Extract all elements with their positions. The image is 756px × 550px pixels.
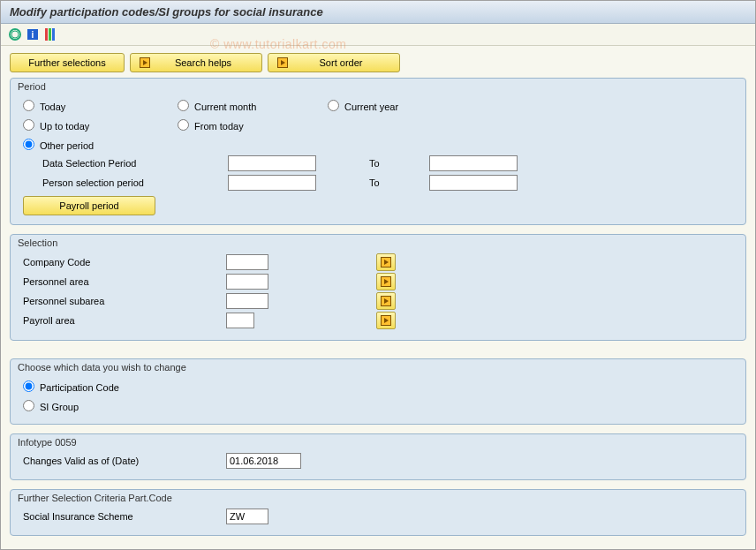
- svg-rect-6: [52, 28, 55, 41]
- company-code-input[interactable]: [226, 254, 268, 270]
- person-selection-to-input[interactable]: [429, 175, 518, 191]
- svg-rect-5: [49, 28, 51, 41]
- group-title-further: Further Selection Criteria Part.Code: [11, 490, 745, 503]
- data-selection-to-input[interactable]: [429, 155, 518, 171]
- data-selection-from-input[interactable]: [228, 155, 316, 171]
- arrow-right-icon: [381, 296, 391, 306]
- svg-text:i: i: [32, 30, 34, 40]
- radio-other-period[interactable]: Other period: [23, 140, 94, 151]
- execute-icon[interactable]: [8, 27, 22, 41]
- arrow-right-icon: [140, 57, 150, 68]
- data-selection-period-label: Data Selection Period: [42, 158, 228, 169]
- personnel-area-multiselect-button[interactable]: [376, 273, 396, 290]
- payroll-area-multiselect-button[interactable]: [376, 312, 396, 329]
- page-title: Modify participation codes/SI groups for…: [1, 1, 755, 24]
- info-icon[interactable]: i: [26, 27, 40, 41]
- svg-point-1: [11, 31, 19, 38]
- sort-order-button[interactable]: Sort order: [268, 53, 400, 72]
- infotype-group: Infotype 0059 Changes Valid as of (Date): [10, 433, 746, 480]
- radio-today[interactable]: Today: [23, 102, 65, 112]
- radio-si-group[interactable]: SI Group: [23, 399, 79, 412]
- period-group: Period Today Current month Current year …: [10, 78, 746, 225]
- further-selections-button[interactable]: Further selections: [10, 53, 125, 72]
- company-code-label: Company Code: [23, 257, 226, 267]
- arrow-right-icon: [277, 57, 288, 68]
- further-criteria-group: Further Selection Criteria Part.Code Soc…: [10, 489, 746, 536]
- data-selection-to-label: To: [369, 158, 429, 169]
- variant-icon[interactable]: [43, 27, 57, 41]
- svg-rect-4: [45, 28, 48, 41]
- search-helps-button[interactable]: Search helps: [130, 53, 262, 72]
- group-title-infotype: Infotype 0059: [11, 434, 745, 448]
- arrow-right-icon: [381, 276, 391, 287]
- social-insurance-scheme-input[interactable]: [226, 509, 268, 524]
- radio-current-year[interactable]: Current year: [328, 102, 398, 112]
- payroll-area-label: Payroll area: [23, 315, 226, 326]
- selection-group: Selection Company Code Personnel area Pe…: [10, 234, 746, 341]
- personnel-subarea-label: Personnel subarea: [23, 296, 226, 306]
- personnel-area-label: Personnel area: [23, 276, 226, 287]
- payroll-area-input[interactable]: [226, 313, 254, 328]
- group-title-selection: Selection: [11, 235, 745, 248]
- arrow-right-icon: [381, 257, 391, 267]
- radio-participation-code[interactable]: Participation Code: [23, 380, 119, 393]
- social-insurance-scheme-label: Social Insurance Scheme: [23, 511, 226, 522]
- changes-valid-label: Changes Valid as of (Date): [23, 456, 226, 466]
- content-area: Further selections Search helps Sort ord…: [1, 46, 755, 543]
- personnel-subarea-multiselect-button[interactable]: [376, 292, 396, 310]
- radio-up-to-today[interactable]: Up to today: [23, 121, 89, 132]
- personnel-subarea-input[interactable]: [226, 293, 268, 309]
- company-code-multiselect-button[interactable]: [376, 253, 396, 271]
- changes-valid-input[interactable]: [226, 453, 301, 469]
- app-toolbar: i: [1, 24, 755, 46]
- payroll-period-button[interactable]: Payroll period: [23, 196, 155, 215]
- person-selection-period-label: Person selection period: [42, 177, 228, 188]
- group-title-choose: Choose which data you wish to change: [11, 359, 745, 373]
- arrow-right-icon: [381, 315, 391, 326]
- group-title-period: Period: [11, 79, 745, 92]
- selection-buttons-row: Further selections Search helps Sort ord…: [10, 53, 746, 72]
- person-selection-to-label: To: [369, 177, 429, 188]
- radio-from-today[interactable]: From today: [178, 121, 244, 132]
- person-selection-from-input[interactable]: [228, 175, 316, 191]
- personnel-area-input[interactable]: [226, 274, 268, 290]
- radio-current-month[interactable]: Current month: [178, 102, 256, 112]
- choose-data-group: Choose which data you wish to change Par…: [10, 358, 746, 425]
